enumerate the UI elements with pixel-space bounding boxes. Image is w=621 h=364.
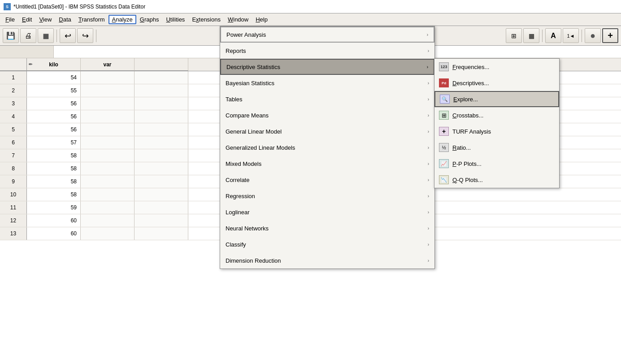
- cell-kilo[interactable]: 55: [27, 84, 81, 97]
- submenu-item-turf-analysis[interactable]: + TURF Analysis: [434, 123, 559, 139]
- row-number: 6: [0, 136, 27, 149]
- print-button[interactable]: 🖨: [20, 28, 36, 43]
- circle-button[interactable]: ●: [585, 28, 601, 43]
- menu-extensions[interactable]: Extensions: [188, 15, 224, 24]
- submenu-item-qq-plots[interactable]: 📉 Q-Q Plots...: [434, 172, 559, 188]
- cell-var[interactable]: [81, 136, 135, 149]
- cell-var2[interactable]: [135, 136, 188, 149]
- cell-var[interactable]: [81, 175, 135, 188]
- menu-utilities[interactable]: Utilities: [162, 15, 188, 24]
- analyze-dropdown-menu[interactable]: Power Analysis › Reports › Descriptive S…: [220, 26, 435, 269]
- row-number: 12: [0, 214, 27, 227]
- cell-var[interactable]: [81, 149, 135, 162]
- menu-item-compare-means[interactable]: Compare Means ›: [220, 107, 434, 123]
- cell-var2[interactable]: [135, 71, 188, 84]
- menu-item-tables[interactable]: Tables ›: [220, 91, 434, 107]
- cell-var[interactable]: [81, 188, 135, 201]
- crosstabs-label: Crosstabs...: [452, 112, 483, 119]
- cell-var2[interactable]: [135, 175, 188, 188]
- cell-var[interactable]: [81, 84, 135, 97]
- menu-item-reports[interactable]: Reports ›: [220, 43, 434, 59]
- cell-kilo[interactable]: 60: [27, 227, 81, 240]
- cell-var[interactable]: [81, 97, 135, 110]
- cell-var2[interactable]: [135, 149, 188, 162]
- cell-kilo[interactable]: 56: [27, 123, 81, 136]
- cell-var2[interactable]: [135, 227, 188, 240]
- cell-var2[interactable]: [135, 188, 188, 201]
- submenu-item-pp-plots[interactable]: 📈 P-P Plots...: [434, 156, 559, 172]
- bayesian-arrow: ›: [428, 81, 429, 86]
- cell-kilo[interactable]: 56: [27, 110, 81, 123]
- col-label-var: var: [103, 61, 111, 68]
- cell-var2[interactable]: [135, 201, 188, 214]
- submenu-item-descriptives[interactable]: Pd Descriptives...: [434, 75, 559, 91]
- cell-var[interactable]: [81, 162, 135, 175]
- cell-var[interactable]: [81, 110, 135, 123]
- menu-data[interactable]: Data: [55, 15, 74, 24]
- regression-label: Regression: [226, 193, 255, 199]
- cell-var[interactable]: [81, 227, 135, 240]
- menu-item-generalized-linear-models[interactable]: Generalized Linear Models ›: [220, 139, 434, 156]
- correlate-arrow: ›: [428, 178, 429, 182]
- cell-var[interactable]: [81, 201, 135, 214]
- cell-kilo[interactable]: 56: [27, 97, 81, 110]
- menu-item-regression[interactable]: Regression ›: [220, 188, 434, 204]
- menu-window[interactable]: Window: [224, 15, 252, 24]
- tables-arrow: ›: [428, 97, 429, 102]
- cell-var2[interactable]: [135, 110, 188, 123]
- cell-kilo[interactable]: 58: [27, 188, 81, 201]
- menu-item-loglinear[interactable]: Loglinear ›: [220, 204, 434, 220]
- menu-item-mixed-models[interactable]: Mixed Models ›: [220, 156, 434, 172]
- undo-button[interactable]: ↩: [60, 28, 76, 43]
- menu-item-dimension-reduction[interactable]: Dimension Reduction ›: [220, 252, 434, 269]
- cell-kilo[interactable]: 58: [27, 162, 81, 175]
- cell-var2[interactable]: [135, 162, 188, 175]
- cell-kilo[interactable]: 58: [27, 175, 81, 188]
- menu-item-general-linear-model[interactable]: General Linear Model ›: [220, 123, 434, 139]
- cell-var2[interactable]: [135, 123, 188, 136]
- desc-stats-submenu[interactable]: 123 Frequencies... Pd Descriptives... 🔍 …: [434, 58, 560, 188]
- cell-kilo[interactable]: 57: [27, 136, 81, 149]
- column-header-kilo[interactable]: ✏ kilo: [27, 58, 81, 71]
- redo-button[interactable]: ↪: [77, 28, 93, 43]
- value-labels-button[interactable]: ▦: [523, 28, 539, 43]
- grid-icon-1: ⊞: [511, 32, 517, 39]
- menu-edit[interactable]: Edit: [18, 15, 35, 24]
- cell-kilo[interactable]: 59: [27, 201, 81, 214]
- menu-item-neural-networks[interactable]: Neural Networks ›: [220, 220, 434, 236]
- cell-kilo[interactable]: 54: [27, 71, 81, 84]
- menu-item-descriptive-statistics[interactable]: Descriptive Statistics ›: [220, 59, 434, 75]
- cell-var[interactable]: [81, 71, 135, 84]
- menu-analyze[interactable]: Analyze: [109, 15, 136, 24]
- menu-help[interactable]: Help: [252, 15, 271, 24]
- menu-item-bayesian-statistics[interactable]: Bayesian Statistics ›: [220, 75, 434, 91]
- submenu-item-frequencies[interactable]: 123 Frequencies...: [434, 59, 559, 75]
- recall-dialog-button[interactable]: ◼: [38, 28, 54, 43]
- menu-transform[interactable]: Transform: [75, 15, 109, 24]
- column-header-var2[interactable]: [135, 58, 188, 71]
- menu-item-power-analysis[interactable]: Power Analysis ›: [220, 26, 434, 43]
- variable-name-box[interactable]: [0, 46, 54, 58]
- cell-kilo[interactable]: 58: [27, 149, 81, 162]
- cell-var[interactable]: [81, 123, 135, 136]
- submenu-item-crosstabs[interactable]: ⊞ Crosstabs...: [434, 107, 559, 123]
- cell-kilo[interactable]: 60: [27, 214, 81, 227]
- grid-corner: [0, 58, 27, 71]
- submenu-item-ratio[interactable]: ½ Ratio...: [434, 139, 559, 156]
- add-button[interactable]: +: [602, 28, 618, 43]
- cell-var2[interactable]: [135, 214, 188, 227]
- column-header-var[interactable]: var: [81, 58, 135, 71]
- menu-file[interactable]: File: [2, 15, 18, 24]
- save-button[interactable]: 💾: [3, 28, 19, 43]
- cell-var[interactable]: [81, 214, 135, 227]
- cell-var2[interactable]: [135, 97, 188, 110]
- menu-item-classify[interactable]: Classify ›: [220, 236, 434, 252]
- variable-sets-button[interactable]: ⊞: [506, 28, 522, 43]
- menu-item-correlate[interactable]: Correlate ›: [220, 172, 434, 188]
- menu-view[interactable]: View: [35, 15, 55, 24]
- fonts-button[interactable]: A: [545, 28, 561, 43]
- submenu-item-explore[interactable]: 🔍 Explore...: [434, 91, 559, 107]
- goto-case-button[interactable]: 1◄: [563, 28, 579, 43]
- cell-var2[interactable]: [135, 84, 188, 97]
- menu-graphs[interactable]: Graphs: [136, 15, 163, 24]
